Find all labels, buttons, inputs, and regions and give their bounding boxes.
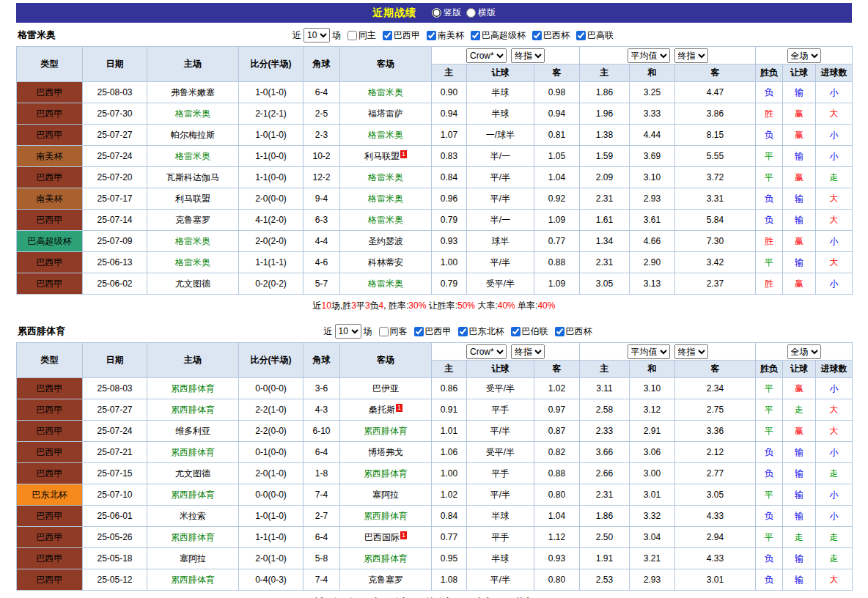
league-checkbox[interactable] (511, 327, 521, 336)
league-checkbox[interactable] (471, 31, 480, 40)
date-cell: 25-06-01 (83, 506, 147, 527)
final-odds-select[interactable]: 终指 (511, 344, 545, 359)
final-odds-select[interactable]: 终指 (511, 48, 545, 63)
league-label: 巴西甲 (394, 29, 420, 42)
league-label: 巴高联 (587, 29, 614, 42)
league-checkbox[interactable] (383, 31, 392, 40)
col-result: 胜负 (756, 361, 783, 378)
euro-away-odds-cell: 2.75 (675, 399, 756, 421)
average-select[interactable]: 平均值 (628, 344, 670, 359)
league-option[interactable]: 巴高联 (572, 29, 614, 42)
competition-cell: 巴高超级杯 (17, 231, 83, 252)
result-cell: 负 (756, 569, 783, 591)
asia-home-odds-cell: 0.90 (432, 82, 467, 103)
date-cell: 25-05-12 (83, 569, 147, 591)
euro-home-odds-cell: 1.38 (580, 125, 630, 146)
result-cell: 平 (756, 146, 783, 167)
league-checkbox[interactable] (532, 31, 542, 40)
col-date: 日期 (83, 343, 147, 378)
layout-horizontal-option[interactable]: 横版 (466, 7, 496, 19)
asia-handicap-cell: 受平/半 (467, 273, 534, 295)
same-venue-checkbox[interactable] (347, 31, 357, 40)
col-corners: 角球 (304, 343, 340, 378)
recent-results-table: 类型 日期 主场 比分(半场) 角球 客场 Crow*终指 平均值终指 全场 (16, 46, 853, 295)
league-checkbox[interactable] (555, 327, 564, 336)
competition-cell: 巴西甲 (17, 210, 83, 231)
competition-cell: 巴东北杯 (17, 484, 83, 506)
vertical-label: 竖版 (444, 7, 461, 19)
euro-home-odds-cell: 1.61 (580, 210, 630, 231)
asia-handicap-cell: 半球 (467, 506, 534, 527)
euro-away-odds-cell: 4.33 (675, 506, 756, 527)
league-checkbox[interactable] (576, 31, 586, 40)
same-venue-option[interactable]: 同主 (343, 29, 376, 42)
bookmaker-select[interactable]: Crow* (466, 48, 507, 63)
league-checkbox[interactable] (427, 31, 436, 40)
league-checkbox[interactable] (414, 327, 424, 336)
bookmaker-select[interactable]: Crow* (466, 344, 507, 359)
league-option[interactable]: 巴伯联 (507, 325, 548, 338)
asia-away-odds-cell: 0.88 (534, 463, 580, 484)
euro-away-odds-cell: 3.05 (675, 484, 756, 506)
matches-label: 场 (332, 29, 341, 42)
league-checkbox[interactable] (458, 327, 468, 336)
final-odds-select-2[interactable]: 终指 (674, 48, 708, 63)
league-option[interactable]: 南美杯 (422, 29, 464, 42)
euro-draw-odds-cell: 3.69 (630, 146, 675, 167)
euro-home-odds-cell: 1.34 (580, 231, 630, 252)
fulltime-select[interactable]: 全场 (787, 344, 821, 359)
match-row: 巴西甲25-07-24维多利亚2-2(0-0)6-10累西腓体育1.01平/半0… (17, 421, 853, 442)
vertical-radio[interactable] (432, 8, 441, 18)
league-option[interactable]: 巴西杯 (528, 29, 570, 42)
asia-away-odds-cell: 1.09 (534, 273, 580, 295)
home-team-cell: 累西腓体育 (147, 378, 239, 399)
result-cell: 平 (756, 378, 783, 399)
score-cell: 1-1(0-0) (239, 167, 304, 188)
col-euro-away: 客 (675, 361, 756, 378)
goals-result-cell: 小 (816, 484, 853, 506)
asia-handicap-cell: 半/一 (467, 146, 534, 167)
asia-away-odds-cell: 1.02 (534, 378, 580, 399)
euro-draw-odds-cell: 3.04 (630, 527, 675, 548)
euro-draw-odds-cell: 2.93 (630, 188, 675, 210)
asia-odds-selects: Crow*终指 (432, 47, 580, 64)
league-label: 南美杯 (438, 29, 464, 42)
recent-count-select[interactable]: 10 (335, 324, 361, 339)
asia-home-odds-cell: 0.77 (432, 527, 467, 548)
col-asia-away: 客 (534, 64, 580, 82)
col-score: 比分(半场) (239, 47, 304, 82)
asia-handicap-cell: 受平/半 (467, 378, 534, 399)
average-select[interactable]: 平均值 (628, 48, 670, 63)
fulltime-select[interactable]: 全场 (787, 48, 821, 63)
result-cell: 平 (756, 527, 783, 548)
euro-away-odds-cell: 7.30 (675, 231, 756, 252)
away-team-cell: 博塔弗戈 (340, 442, 432, 463)
league-option[interactable]: 巴东北杯 (454, 325, 504, 338)
topbar: 近期战绩 竖版 横版 (16, 3, 852, 23)
euro-draw-odds-cell: 3.10 (630, 378, 675, 399)
asia-away-odds-cell: 0.87 (534, 421, 580, 442)
result-cell: 平 (756, 399, 783, 421)
league-option[interactable]: 巴高超级杯 (466, 29, 526, 42)
same-venue-checkbox[interactable] (379, 327, 389, 336)
asia-handicap-cell: 半球 (467, 103, 534, 125)
league-option[interactable]: 巴西杯 (551, 325, 592, 338)
league-option[interactable]: 巴西甲 (410, 325, 452, 338)
same-venue-option[interactable]: 同客 (375, 325, 408, 338)
home-team-cell: 瓦斯科达伽马 (147, 167, 239, 188)
result-cell: 负 (756, 442, 783, 463)
recent-count-select[interactable]: 10 (304, 28, 330, 43)
result-cell: 平 (756, 167, 783, 188)
horizontal-radio[interactable] (466, 8, 476, 18)
col-euro-draw: 和 (630, 361, 675, 378)
final-odds-select-2[interactable]: 终指 (674, 344, 708, 359)
asia-away-odds-cell: 1.04 (534, 167, 580, 188)
layout-vertical-option[interactable]: 竖版 (432, 7, 461, 19)
col-goals-result: 进球数 (816, 361, 853, 378)
euro-away-odds-cell: 3.01 (675, 569, 756, 591)
red-card-badge: 1 (400, 150, 407, 158)
league-option[interactable]: 巴西甲 (378, 29, 420, 42)
euro-away-odds-cell: 5.55 (675, 146, 756, 167)
section-team-2: 累西腓体育 近 10 场 同客 巴西甲 巴东北杯 巴伯联 巴西杯 类型 (16, 319, 852, 598)
col-away: 客场 (340, 47, 432, 82)
